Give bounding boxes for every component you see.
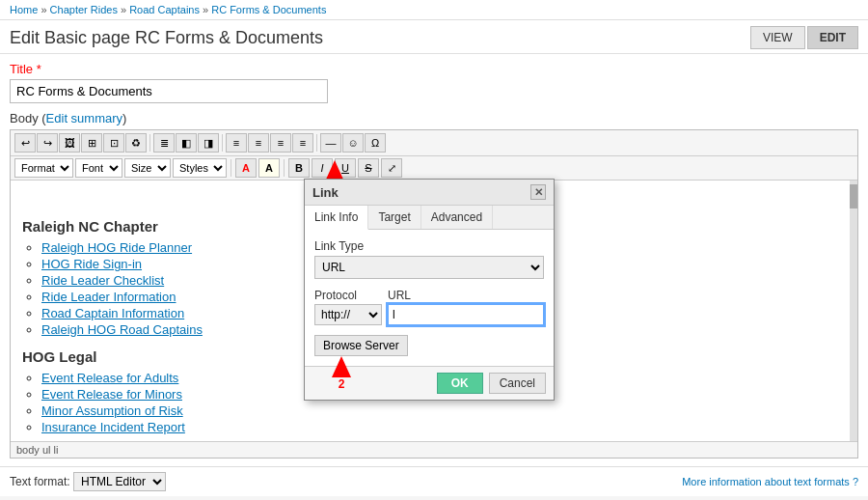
event-release-minors-link[interactable]: Event Release for Minors xyxy=(41,387,182,402)
link-modal: Link ✕ Link Info Target Advanced Link Ty… xyxy=(304,179,555,401)
toolbar-sep5 xyxy=(284,159,285,177)
strikethrough-button[interactable]: S xyxy=(358,158,379,178)
flash-button[interactable]: ⊡ xyxy=(103,133,124,153)
toolbar-sep4 xyxy=(231,159,231,177)
smiley-button[interactable]: ☺ xyxy=(342,133,364,153)
body-label: Body (Edit summary) xyxy=(10,111,858,125)
hr-button[interactable]: — xyxy=(320,133,341,153)
link-type-label: Link Type xyxy=(314,239,544,253)
list-item: Minor Assumption of Risk xyxy=(41,403,846,418)
edit-summary-link[interactable]: Edit summary xyxy=(46,111,122,125)
event-release-adults-link[interactable]: Event Release for Adults xyxy=(41,371,178,385)
font-color-button[interactable]: A xyxy=(235,158,257,178)
format-select[interactable]: Format xyxy=(14,158,73,178)
scrollbar-thumb xyxy=(850,184,857,208)
insert-left-button[interactable]: ◧ xyxy=(176,133,197,153)
blockquote-button[interactable]: ≣ xyxy=(153,133,175,153)
breadcrumb-home[interactable]: Home xyxy=(10,4,38,15)
editor-scrollbar[interactable] xyxy=(850,181,857,441)
link-type-select[interactable]: URL xyxy=(314,256,544,279)
toolbar-row2: Format Font Size Styles A A B I U S xyxy=(11,156,857,181)
text-format-label: Text format: xyxy=(10,475,70,488)
breadcrumb: Home » Chapter Rides » Road Captains » R… xyxy=(10,4,326,15)
link-type-field: Link Type URL xyxy=(314,239,544,279)
hog-ride-signin-link[interactable]: HOG Ride Sign-in xyxy=(41,257,142,271)
arrow-marker-2: 2 xyxy=(332,356,351,391)
modal-title: Link xyxy=(312,185,339,200)
required-marker: * xyxy=(37,62,41,76)
template-button[interactable]: ♻ xyxy=(125,133,147,153)
title-input[interactable] xyxy=(10,79,328,103)
protocol-field: Protocol http:// xyxy=(314,289,382,325)
minor-assumption-link[interactable]: Minor Assumption of Risk xyxy=(41,403,183,418)
road-captain-information-link[interactable]: Road Captain Information xyxy=(41,306,184,320)
maximize-button[interactable]: ⤢ xyxy=(381,158,402,178)
breadcrumb-bar: Home » Chapter Rides » Road Captains » R… xyxy=(0,0,868,20)
ride-leader-information-link[interactable]: Ride Leader Information xyxy=(41,290,176,304)
list-item: Insurance Incident Report xyxy=(41,420,846,434)
insurance-incident-link[interactable]: Insurance Incident Report xyxy=(41,420,185,434)
bold-button[interactable]: B xyxy=(288,158,310,178)
text-format-section: Text format: HTML Editor Plain Text xyxy=(10,472,166,491)
raleigh-hog-ride-planner-link[interactable]: Raleigh HOG Ride Planner xyxy=(41,240,192,255)
font-select[interactable]: Font xyxy=(75,158,122,178)
view-edit-buttons: VIEW EDIT xyxy=(750,26,858,49)
url-input[interactable] xyxy=(388,304,544,325)
insert-right-button[interactable]: ◨ xyxy=(198,133,219,153)
undo-button[interactable]: ↩ xyxy=(14,133,36,153)
breadcrumb-chapter-rides[interactable]: Chapter Rides xyxy=(50,4,118,15)
text-format-select[interactable]: HTML Editor Plain Text xyxy=(73,472,166,491)
toolbar-sep1 xyxy=(149,134,150,152)
table-button[interactable]: ⊞ xyxy=(81,133,102,153)
browse-server-section: Browse Server 2 xyxy=(314,335,408,356)
special-char-button[interactable]: Ω xyxy=(365,133,386,153)
cancel-button[interactable]: Cancel xyxy=(489,373,546,394)
align-right-button[interactable]: ≡ xyxy=(270,133,291,153)
size-select[interactable]: Size xyxy=(124,158,171,178)
more-info-link[interactable]: More information about text formats ? xyxy=(682,476,858,487)
align-center-button[interactable]: ≡ xyxy=(248,133,269,153)
bottom-bar: Text format: HTML Editor Plain Text More… xyxy=(0,466,868,496)
view-button[interactable]: VIEW xyxy=(750,26,805,49)
bg-color-button[interactable]: A xyxy=(258,158,280,178)
modal-tabs: Link Info Target Advanced xyxy=(305,206,554,230)
modal-header: Link ✕ xyxy=(305,180,554,206)
ok-button[interactable]: OK xyxy=(437,373,483,394)
edit-button[interactable]: EDIT xyxy=(807,26,858,49)
tab-link-info[interactable]: Link Info xyxy=(305,206,368,230)
ride-leader-checklist-link[interactable]: Ride Leader Checklist xyxy=(41,273,164,288)
modal-body: Link Type URL Protocol http:// URL xyxy=(305,230,554,366)
redo-button[interactable]: ↪ xyxy=(37,133,58,153)
arrow-up-icon-2 xyxy=(332,356,351,377)
page-title: Edit Basic page RC Forms & Documents xyxy=(10,28,323,48)
align-left-button[interactable]: ≡ xyxy=(226,133,247,153)
breadcrumb-road-captains[interactable]: Road Captains xyxy=(129,4,200,15)
protocol-label: Protocol xyxy=(314,289,382,302)
protocol-select[interactable]: http:// xyxy=(314,304,382,325)
modal-close-button[interactable]: ✕ xyxy=(530,184,546,200)
page-header: Edit Basic page RC Forms & Documents VIE… xyxy=(0,20,868,54)
styles-select[interactable]: Styles xyxy=(173,158,227,178)
tab-advanced[interactable]: Advanced xyxy=(421,206,493,229)
status-path: body ul li xyxy=(16,444,58,456)
toolbar-sep2 xyxy=(222,134,223,152)
browse-server-button[interactable]: Browse Server xyxy=(314,335,408,356)
raleigh-hog-road-captains-link[interactable]: Raleigh HOG Road Captains xyxy=(41,322,203,337)
toolbar-sep3 xyxy=(316,134,317,152)
align-justify-button[interactable]: ≡ xyxy=(292,133,313,153)
breadcrumb-rc-forms[interactable]: RC Forms & Documents xyxy=(211,4,326,15)
url-field: URL xyxy=(388,289,544,325)
toolbar-row1: ↩ ↪ 🖼 ⊞ ⊡ ♻ ≣ ◧ ◨ ≡ ≡ ≡ ≡ — ☺ Ω xyxy=(11,130,857,156)
tab-target[interactable]: Target xyxy=(368,206,420,229)
arrow-label-2: 2 xyxy=(339,377,345,391)
editor-status-bar: body ul li xyxy=(11,441,857,458)
title-field-label: Title * xyxy=(10,62,858,76)
image-button[interactable]: 🖼 xyxy=(59,133,80,153)
protocol-url-row: Protocol http:// URL xyxy=(314,289,544,325)
url-label: URL xyxy=(388,289,544,302)
